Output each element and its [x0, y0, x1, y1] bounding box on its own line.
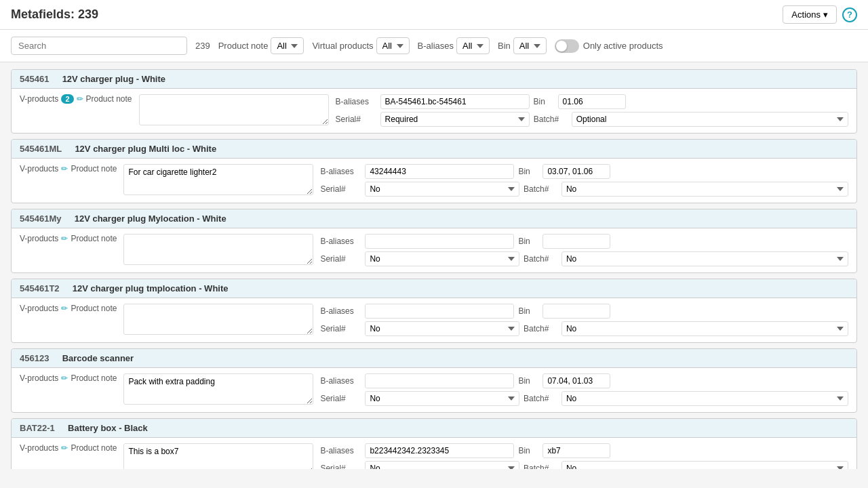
bin-input[interactable]: [542, 373, 610, 388]
help-icon[interactable]: ?: [842, 7, 857, 22]
vproducts-section: V-products✏Product note: [20, 304, 117, 313]
batch-label: Batch#: [524, 464, 557, 469]
fields-right: B-aliases Bin Serial# No Batch# No: [320, 443, 848, 469]
b-aliases-input[interactable]: [365, 373, 514, 388]
fields-right: B-aliases Bin Serial# No Batch# No: [320, 373, 848, 406]
product-note-textarea[interactable]: Pack with extra padding: [123, 373, 313, 405]
product-row: V-products2✏Product note B-aliases Bin S…: [12, 89, 856, 133]
product-note-textarea[interactable]: For car cigarette lighter2: [123, 164, 313, 195]
product-name: 12V charger plug Multi loc - White: [75, 144, 216, 154]
bin-select[interactable]: All: [513, 37, 547, 54]
product-block: BAT22-1 Battery box - BlackV-products✏Pr…: [11, 418, 857, 469]
product-id: BAT22-1: [20, 423, 55, 433]
b-aliases-input[interactable]: [380, 94, 530, 109]
batch-select[interactable]: No: [561, 251, 848, 266]
serial-select[interactable]: No: [365, 182, 519, 197]
vproducts-section: V-products✏Product note: [20, 164, 117, 174]
only-active-toggle[interactable]: [555, 39, 579, 53]
only-active-toggle-group: Only active products: [555, 39, 663, 53]
product-row: V-products✏Product noteThis is a box7 B-…: [12, 438, 856, 469]
virtual-products-filter: Virtual products All: [312, 37, 409, 54]
vproducts-badge[interactable]: 2: [61, 94, 73, 104]
batch-label: Batch#: [524, 254, 557, 264]
vproducts-section: V-products✏Product note: [20, 443, 117, 453]
serial-select[interactable]: No: [365, 321, 519, 336]
product-note-textarea[interactable]: [139, 94, 329, 125]
product-row: V-products✏Product noteFor car cigarette…: [12, 159, 856, 203]
serial-batch-row: Serial# No Batch# No: [320, 251, 848, 266]
serial-select[interactable]: No: [365, 391, 519, 406]
product-id: 545461My: [20, 214, 61, 224]
b-aliases-bin-row: B-aliases Bin: [320, 373, 848, 388]
chevron-down-icon: ▾: [823, 9, 828, 20]
product-block: 545461ML 12V charger plug Multi loc - Wh…: [11, 139, 857, 203]
batch-select[interactable]: No: [561, 182, 848, 197]
vproducts-label: V-products: [20, 234, 58, 243]
bin-input[interactable]: [558, 94, 626, 109]
edit-icon[interactable]: ✏: [77, 94, 83, 104]
product-note-filter: Product note All: [218, 37, 304, 54]
bin-input[interactable]: [542, 443, 610, 458]
b-aliases-input[interactable]: [365, 304, 514, 319]
product-block: 545461My 12V charger plug Mylocation - W…: [11, 209, 857, 273]
batch-label: Batch#: [534, 115, 568, 124]
edit-icon[interactable]: ✏: [61, 443, 68, 453]
edit-icon[interactable]: ✏: [61, 164, 68, 174]
batch-select[interactable]: Optional: [572, 112, 848, 127]
batch-label: Batch#: [524, 324, 557, 333]
product-note-textarea[interactable]: [123, 304, 313, 335]
serial-select[interactable]: No: [365, 251, 519, 266]
product-name: 12V charger plug - White: [62, 74, 165, 84]
bin-field-label: Bin: [518, 237, 538, 246]
b-aliases-input[interactable]: [365, 234, 514, 249]
page-title: Metafields: 239: [11, 7, 98, 22]
batch-select[interactable]: No: [561, 391, 848, 406]
serial-select[interactable]: Required: [380, 112, 530, 127]
b-aliases-label: B-aliases: [320, 376, 361, 386]
product-note-textarea[interactable]: [123, 234, 313, 265]
bin-input[interactable]: [542, 164, 610, 179]
product-note-textarea[interactable]: This is a box7: [123, 443, 313, 469]
product-note-select[interactable]: All: [271, 37, 304, 54]
batch-select[interactable]: No: [561, 321, 848, 336]
product-id: 545461T2: [20, 283, 60, 293]
search-input[interactable]: [11, 37, 187, 55]
b-aliases-input[interactable]: [365, 164, 514, 179]
bin-filter: Bin All: [498, 37, 547, 54]
serial-select[interactable]: No: [365, 461, 519, 469]
product-note-label: Product note: [218, 41, 269, 51]
batch-label: Batch#: [524, 184, 557, 194]
bin-field-label: Bin: [534, 97, 554, 106]
product-row: V-products✏Product note B-aliases Bin Se…: [12, 298, 856, 342]
vproducts-label: V-products: [20, 94, 58, 104]
fields-right: B-aliases Bin Serial# No Batch# No: [320, 164, 848, 197]
b-aliases-label: B-aliases: [320, 306, 361, 316]
b-aliases-label: B-aliases: [336, 97, 376, 106]
product-name: 12V charger plug Mylocation - White: [75, 214, 226, 224]
edit-icon[interactable]: ✏: [61, 304, 68, 313]
bin-field-label: Bin: [518, 167, 538, 176]
bin-input[interactable]: [542, 234, 610, 249]
note-area-wrap: [123, 304, 313, 337]
product-note-label: Product note: [71, 304, 117, 313]
product-note-label: Product note: [71, 373, 117, 383]
edit-icon[interactable]: ✏: [61, 234, 68, 243]
b-aliases-select[interactable]: All: [456, 37, 490, 54]
batch-select[interactable]: No: [561, 461, 848, 469]
virtual-products-select[interactable]: All: [376, 37, 410, 54]
bin-input[interactable]: [542, 304, 610, 319]
product-note-label: Product note: [71, 234, 117, 243]
product-row: V-products✏Product notePack with extra p…: [12, 368, 856, 412]
b-aliases-bin-row: B-aliases Bin: [320, 304, 848, 319]
b-aliases-input[interactable]: [365, 443, 514, 458]
serial-label: Serial#: [320, 254, 361, 264]
vproducts-label: V-products: [20, 164, 58, 174]
actions-button[interactable]: Actions ▾: [783, 5, 837, 24]
fields-right: B-aliases Bin Serial# Required Batch# Op…: [336, 94, 848, 127]
note-area-wrap: [123, 234, 313, 267]
edit-icon[interactable]: ✏: [61, 373, 68, 383]
app-container: Metafields: 239 Actions ▾ ? 239 Product …: [0, 0, 868, 469]
bin-label: Bin: [498, 41, 511, 51]
product-note-label: Product note: [71, 164, 117, 174]
vproducts-label: V-products: [20, 443, 58, 453]
